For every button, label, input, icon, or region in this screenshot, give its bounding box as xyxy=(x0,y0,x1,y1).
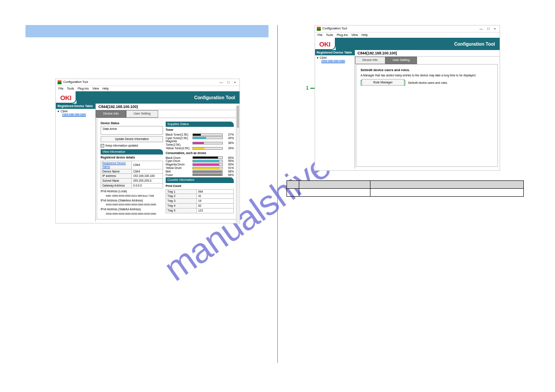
menu-help[interactable]: Help xyxy=(102,87,109,90)
maximize-button[interactable]: □ xyxy=(487,27,490,31)
window-title: Configuration Tool xyxy=(323,27,479,30)
close-button[interactable]: × xyxy=(494,27,496,31)
menu-plugins[interactable]: Plug-ins xyxy=(78,87,89,90)
ipv6-local-value: fe80::0000:0000:0000:0221:96ff:fea1:7189 xyxy=(101,194,163,198)
tray-name: Tray 2 xyxy=(166,194,197,199)
ipv6-stateless-label: IPv6 Address (Stateless Address) xyxy=(101,199,163,202)
tree-ip-link[interactable]: (192.168.100.100) xyxy=(62,113,86,116)
toner-header: Toner xyxy=(166,128,234,132)
window-controls: — □ × xyxy=(479,27,498,31)
supply-name: Black Drum xyxy=(166,156,191,160)
supply-pct: 90% xyxy=(224,163,234,166)
details-header: Registered device details xyxy=(101,156,163,159)
role-manager-note: Set/edit device users and roles. xyxy=(408,81,448,85)
ipv6-local-label: IPv6 Address (Local) xyxy=(101,190,163,193)
table-row: Subnet Mask255.255.255.0 xyxy=(101,179,163,183)
titlebar: Configuration Tool — □ × xyxy=(315,25,500,32)
scrollbar-thumb[interactable] xyxy=(237,106,239,128)
blue-banner xyxy=(25,25,268,37)
supply-pct: 85% xyxy=(224,156,234,160)
supply-bar xyxy=(192,163,223,166)
row-key: Device Name xyxy=(101,169,132,174)
menu-tools[interactable]: Tools xyxy=(67,87,74,90)
left-pane-header: Registered Device Table xyxy=(56,104,95,109)
minimize-button[interactable]: — xyxy=(479,27,483,31)
role-manager-button[interactable]: Role Manager xyxy=(362,79,405,86)
right-pane: C844(192.168.100.100) Device Info User S… xyxy=(95,104,239,221)
device-tree: ▾ C844 (192.168.100.100) xyxy=(56,109,95,118)
supply-row: Cyan Drum90% xyxy=(166,159,234,163)
menubar: File Tools Plug-ins View Help xyxy=(315,32,500,38)
supply-pct: 39% xyxy=(224,147,234,150)
tree-ip-link[interactable]: (192.168.100.100) xyxy=(321,60,345,63)
keep-updated-checkbox[interactable]: ✓ xyxy=(101,144,104,147)
left-pane: Registered Device Table ▾ C844 (192.168.… xyxy=(56,104,95,221)
right-pane: C844(192.168.100.100) Device Info User S… xyxy=(355,50,500,169)
menu-file[interactable]: File xyxy=(58,87,63,90)
close-button[interactable]: × xyxy=(234,80,236,85)
table-header-row xyxy=(287,181,523,189)
tab-user-setting[interactable]: User Setting xyxy=(126,110,158,117)
brand-box: OKI xyxy=(56,91,76,104)
supply-pct: 45% xyxy=(224,137,234,140)
supply-bar xyxy=(192,142,223,144)
user-setting-heading: Set/edit device users and roles. xyxy=(361,68,493,72)
app-icon xyxy=(58,80,62,84)
scrollbar[interactable] xyxy=(236,105,239,223)
supply-name: Black Toner(2.5K) xyxy=(166,133,191,137)
device-tree: ▾ C844 (192.168.100.100) xyxy=(315,55,355,64)
page: Configuration Tool — □ × File Tools Plug… xyxy=(0,0,555,392)
update-device-info-button[interactable]: Update Device Information xyxy=(101,136,163,142)
menu-view[interactable]: View xyxy=(351,33,358,37)
tab-user-setting[interactable]: User Setting xyxy=(385,57,417,64)
row-key[interactable]: Registered Device Name xyxy=(101,161,132,169)
supply-row: Yellow Toner(2.5K)39% xyxy=(166,147,234,150)
details-table: Registered Device NameC844 Device NameC8… xyxy=(101,161,163,188)
tree-expand-icon[interactable]: ▾ xyxy=(58,110,59,113)
row-val: 255.255.255.0 xyxy=(132,179,163,183)
callout-number: 1 xyxy=(306,86,309,90)
minimize-button[interactable]: — xyxy=(219,80,223,85)
supply-name: Magenta Drum xyxy=(166,163,191,166)
supply-row: Yellow Drum91% xyxy=(166,166,234,170)
supply-bar xyxy=(192,133,223,136)
supplies-col: Supplies Status Toner Black Toner(2.5K)2… xyxy=(166,122,234,216)
maximize-button[interactable]: □ xyxy=(227,80,229,85)
tray-value: 41 xyxy=(197,194,234,199)
supply-row: Magenta Drum90% xyxy=(166,163,234,166)
tab-device-info[interactable]: Device Info xyxy=(96,110,126,117)
supply-row: Black Toner(2.5K)27% xyxy=(166,133,234,137)
keep-updated-row[interactable]: ✓ Keep information updated xyxy=(101,144,163,148)
row-key: Gateway Address xyxy=(101,183,132,188)
menu-help[interactable]: Help xyxy=(361,33,367,37)
supply-name: Magenta Toner(2.5K) xyxy=(166,140,191,147)
th-desc xyxy=(370,181,523,189)
keep-updated-label: Keep information updated xyxy=(105,144,138,147)
tray-value: 123 xyxy=(197,208,234,213)
tray-name: Tray 1 xyxy=(166,189,197,194)
menu-view[interactable]: View xyxy=(92,87,99,90)
brand-row: OKI Configuration Tool xyxy=(315,38,500,50)
tree-device[interactable]: C844 xyxy=(61,110,68,113)
supply-name: Cyan Drum xyxy=(166,159,191,163)
table-row: Tray 241 xyxy=(166,194,234,199)
supply-pct: 98% xyxy=(224,173,234,177)
device-status-value: Data Arrive xyxy=(103,127,117,130)
tree-expand-icon[interactable]: ▾ xyxy=(317,56,319,60)
tab-device-info[interactable]: Device Info xyxy=(355,57,385,64)
tray-table: Tray 1994Tray 241Tray 319Tray 482Tray 51… xyxy=(166,189,234,213)
menu-tools[interactable]: Tools xyxy=(326,33,333,37)
brand-banner: Configuration Tool xyxy=(336,38,500,50)
device-title: C844(192.168.100.100) xyxy=(96,104,239,110)
device-title: C844(192.168.100.100) xyxy=(355,50,500,57)
menu-plugins[interactable]: Plug-ins xyxy=(337,33,348,37)
tree-device[interactable]: C844 xyxy=(320,56,327,60)
row-val: C844 xyxy=(132,169,163,174)
brand-logo: OKI xyxy=(319,40,330,48)
supply-row: Black Drum85% xyxy=(166,156,234,160)
supply-pct: 91% xyxy=(224,166,234,170)
supply-name: Yellow Drum xyxy=(166,166,191,170)
table-row: Registered Device NameC844 xyxy=(101,161,163,169)
menu-file[interactable]: File xyxy=(318,33,323,37)
th-num xyxy=(287,181,299,189)
